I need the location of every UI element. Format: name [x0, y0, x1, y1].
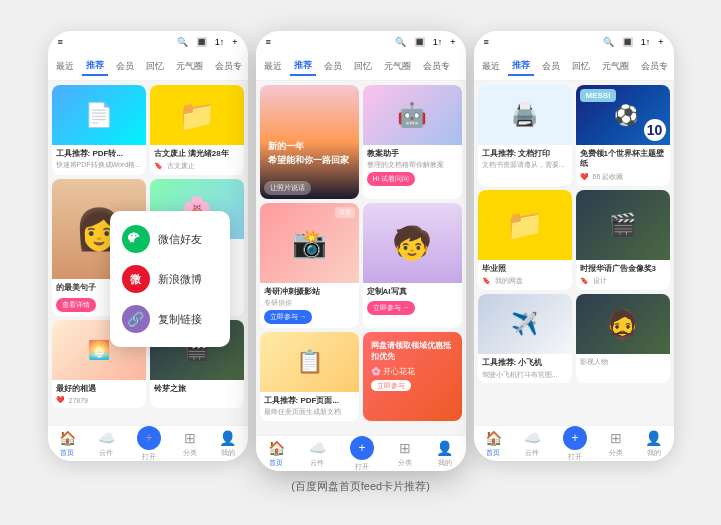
- tab-recent-3[interactable]: 最近: [478, 58, 504, 75]
- card-plane-desc: 驾驶小飞机打斗布官图...: [482, 371, 568, 379]
- wechat-icon: [122, 225, 150, 253]
- card-camera-tag: 进度: [335, 207, 355, 218]
- tab-recommend-3[interactable]: 推荐: [508, 57, 534, 76]
- card-paper-plane[interactable]: ✈️ 工具推荐: 小飞机 驾驶小飞机打斗布官图...: [478, 294, 572, 383]
- nav-open-2[interactable]: + 打开: [350, 436, 374, 472]
- tab-memory-2[interactable]: 回忆: [350, 58, 376, 75]
- phone-3: ≡ 🔍 🔳 1↑ + 最近 推荐 会员 回忆 元气圈 会员专: [474, 31, 674, 461]
- phone2-bottom-nav: 🏠 首页 ☁️ 云件 + 打开 ⊞ 分类 👤 我的: [256, 435, 466, 471]
- card-camera-img: 📸 进度: [260, 203, 359, 283]
- tab-recommend-1[interactable]: 推荐: [82, 57, 108, 76]
- nav-open-1[interactable]: + 打开: [137, 426, 161, 462]
- phone3-status-bar: ≡ 🔍 🔳 1↑ +: [474, 31, 674, 53]
- tab-member-3[interactable]: 会员: [538, 58, 564, 75]
- card-plane-title: 工具推荐: 小飞机: [482, 358, 568, 368]
- tab-recent-2[interactable]: 最近: [260, 58, 286, 75]
- nav-profile-2[interactable]: 👤 我的: [436, 440, 453, 468]
- card-doc-img: 🖨️: [478, 85, 572, 145]
- card-man-img: 🧔: [576, 294, 670, 354]
- tab-member-2[interactable]: 会员: [320, 58, 346, 75]
- nav-files-3[interactable]: ☁️ 云件: [524, 430, 541, 458]
- card-grad-img: 📁: [478, 190, 572, 260]
- page-caption: (百度网盘首页feed卡片推荐): [291, 479, 430, 494]
- card-messi[interactable]: MESSI 10 ⚽ 免费领1个世界杯主题壁纸 ❤️66 起收藏: [576, 85, 670, 186]
- phone1-bottom-nav: 🏠 首页 ☁️ 云件 + 打开 ⊞ 分类 👤 我的: [48, 425, 248, 461]
- card-grad-photo[interactable]: 📁 毕业照 🔖我的网盘: [478, 190, 572, 290]
- card-grad-stats: 🔖我的网盘: [482, 276, 568, 286]
- card-camera-study[interactable]: 📸 进度 考研冲刺摄影站 专研供你 立即参与 →: [260, 203, 359, 328]
- nav-profile-3[interactable]: 👤 我的: [645, 430, 662, 458]
- tab-vip-1[interactable]: 会员专: [211, 58, 246, 75]
- phone1-status-bar: ≡ 🔍 🔳 1↑ +: [48, 31, 248, 53]
- phone3-feed: 🖨️ 工具推荐: 文档打印 文档书资源请遵从，需要... MESSI 10 ⚽: [474, 81, 674, 387]
- card-doc-desc: 文档书资源请遵从，需要...: [482, 161, 568, 169]
- card-dark-video[interactable]: 🎬 时报华语广告金像奖3 🔖设计: [576, 190, 670, 290]
- tab-circle-3[interactable]: 元气圈: [598, 58, 633, 75]
- card-red-packet[interactable]: 网盘请领取领域优惠抵扣优先 🌸 开心花花 立即参与: [363, 332, 462, 421]
- card-doc-title: 工具推荐: 文档打印: [482, 149, 568, 159]
- card-pdf-page-title: 工具推荐: PDF页面...: [264, 396, 355, 406]
- card-camera-desc: 专研供你: [264, 299, 355, 307]
- phone3-tab-bar: 最近 推荐 会员 回忆 元气圈 会员专: [474, 53, 674, 81]
- tab-memory-1[interactable]: 回忆: [142, 58, 168, 75]
- card-doc-print[interactable]: 🖨️ 工具推荐: 文档打印 文档书资源请遵从，需要...: [478, 85, 572, 186]
- tab-member-1[interactable]: 会员: [112, 58, 138, 75]
- share-weibo[interactable]: 微 新浪微博: [110, 259, 230, 299]
- share-copy-link[interactable]: 🔗 复制链接: [110, 299, 230, 339]
- tab-vip-2[interactable]: 会员专: [419, 58, 454, 75]
- tab-recent-1[interactable]: 最近: [52, 58, 78, 75]
- card-tutor-btn[interactable]: Hi 试着问问: [367, 172, 416, 186]
- tab-circle-2[interactable]: 元气圈: [380, 58, 415, 75]
- card-messi-title: 免费领1个世界杯主题壁纸: [580, 149, 666, 170]
- nav-category-3[interactable]: ⊞ 分类: [609, 430, 623, 458]
- card-dark-img: 🎬: [576, 190, 670, 260]
- card-ai-tutor[interactable]: 🤖 教案助手 整理的文档格帮你解教案 Hi 试着问问: [363, 85, 462, 199]
- tab-circle-1[interactable]: 元气圈: [172, 58, 207, 75]
- nav-files-1[interactable]: ☁️ 云件: [98, 430, 115, 458]
- card-pdf-desc: 快速将PDF转换成Word格...: [56, 161, 142, 169]
- phone2-header-icons: 🔍 🔳 1↑ +: [395, 37, 456, 47]
- card-tutor-title: 教案助手: [367, 149, 458, 159]
- nav-home-1[interactable]: 🏠 首页: [59, 430, 76, 458]
- nav-profile-1[interactable]: 👤 我的: [219, 430, 236, 458]
- phones-row: 微信好友 微 新浪微博 🔗 复制链接 ≡ 🔍 🔳 1↑ +: [48, 31, 674, 471]
- phone2-tab-bar: 最近 推荐 会员 回忆 元气圈 会员专: [256, 53, 466, 81]
- tab-recommend-2[interactable]: 推荐: [290, 57, 316, 76]
- phone3-bottom-nav: 🏠 首页 ☁️ 云件 + 打开 ⊞ 分类 👤 我的: [474, 425, 674, 461]
- nav-home-3[interactable]: 🏠 首页: [485, 430, 502, 458]
- card-ai-girl-btn[interactable]: 立即参与 →: [367, 301, 416, 315]
- card-ai-girl[interactable]: 🧒 定制AI写真 立即参与 →: [363, 203, 462, 328]
- tab-memory-3[interactable]: 回忆: [568, 58, 594, 75]
- card-sunset-btn[interactable]: 让照片说话: [264, 181, 311, 195]
- card-camera-btn[interactable]: 立即参与 →: [264, 310, 313, 324]
- nav-category-2[interactable]: ⊞ 分类: [398, 440, 412, 468]
- share-wechat[interactable]: 微信好友: [110, 219, 230, 259]
- card-pdf-tool-1[interactable]: 📄 工具推荐: PDF转... 快速将PDF转换成Word格...: [52, 85, 146, 175]
- card-ancient-folder[interactable]: 📁 古文废止 满光绪28年 🔖古文废止: [150, 85, 244, 175]
- card-man-portrait[interactable]: 🧔 影视人物: [576, 294, 670, 383]
- nav-files-2[interactable]: ☁️ 云件: [309, 440, 326, 468]
- main-container: 微信好友 微 新浪微博 🔗 复制链接 ≡ 🔍 🔳 1↑ +: [0, 0, 721, 525]
- card-plane-img: ✈️: [478, 294, 572, 354]
- weibo-icon: 微: [122, 265, 150, 293]
- phone3-header-icons: 🔍 🔳 1↑ +: [603, 37, 664, 47]
- phone2-status-bar: ≡ 🔍 🔳 1↑ +: [256, 31, 466, 53]
- card-tutor-desc: 整理的文档格帮你解教案: [367, 161, 458, 169]
- card-pdf-page-desc: 最终任意页面生成新文档: [264, 408, 355, 416]
- card-sunset[interactable]: 新的一年希望能和你一路回家 让照片说话: [260, 85, 359, 199]
- card-messi-img: MESSI 10 ⚽: [576, 85, 670, 145]
- nav-open-3[interactable]: + 打开: [563, 426, 587, 462]
- card-ai-girl-img: 🧒: [363, 203, 462, 283]
- card-tutor-img: 🤖: [363, 85, 462, 145]
- card-pdf-page[interactable]: 📋 工具推荐: PDF页面... 最终任意页面生成新文档: [260, 332, 359, 421]
- card-portrait-btn[interactable]: 查看详情: [56, 298, 96, 312]
- nav-category-1[interactable]: ⊞ 分类: [183, 430, 197, 458]
- phone-2: ≡ 🔍 🔳 1↑ + 最近 推荐 会员 回忆 元气圈 会员专: [256, 31, 466, 471]
- card-grad-title: 毕业照: [482, 264, 568, 274]
- card-ai-girl-title: 定制AI写真: [367, 287, 458, 297]
- card-music-title: 铃芽之旅: [154, 384, 240, 394]
- card-folder-stats: 🔖古文废止: [154, 161, 240, 171]
- phone2-feed: 新的一年希望能和你一路回家 让照片说话 🤖 教案助手: [256, 81, 466, 425]
- tab-vip-3[interactable]: 会员专: [637, 58, 672, 75]
- nav-home-2[interactable]: 🏠 首页: [268, 440, 285, 468]
